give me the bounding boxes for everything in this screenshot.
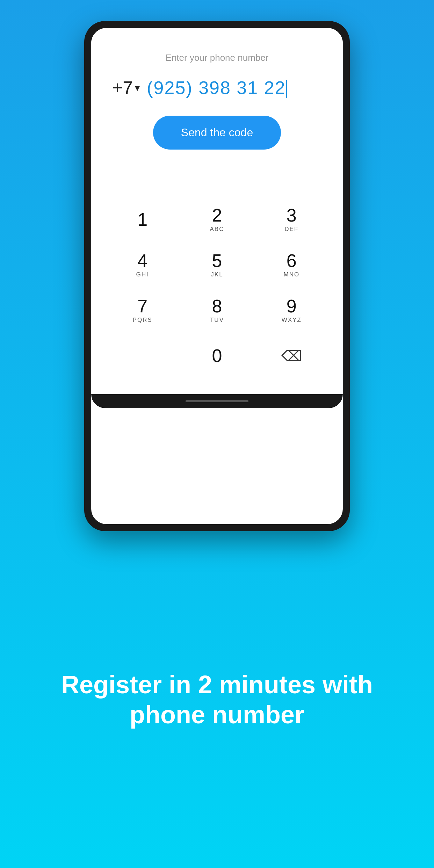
country-code-value: +7 xyxy=(112,77,133,98)
keypad-row-3: 7 PQRS 8 TUV 9 WXYZ xyxy=(105,289,329,331)
key-2-number: 2 xyxy=(212,206,222,224)
key-4[interactable]: 4 GHI xyxy=(111,244,174,286)
key-7[interactable]: 7 PQRS xyxy=(111,289,174,331)
promo-text: Register in 2 minutes with phone number xyxy=(35,670,399,730)
key-3[interactable]: 3 DEF xyxy=(260,198,323,240)
key-6-letters: MNO xyxy=(283,271,299,278)
key-7-number: 7 xyxy=(137,297,147,315)
country-code-selector[interactable]: +7 ▾ xyxy=(112,77,140,98)
key-9-number: 9 xyxy=(287,297,297,315)
key-backspace[interactable]: ⌫ xyxy=(260,335,323,377)
phone-inner: Enter your phone number +7 ▾ (925) 398 3… xyxy=(91,28,343,524)
key-9[interactable]: 9 WXYZ xyxy=(260,289,323,331)
key-8[interactable]: 8 TUV xyxy=(186,289,248,331)
text-cursor xyxy=(286,80,287,98)
key-5-number: 5 xyxy=(212,252,222,270)
keypad-row-2: 4 GHI 5 JKL 6 MNO xyxy=(105,244,329,286)
key-3-number: 3 xyxy=(287,206,297,224)
keypad-row-4: 0 ⌫ xyxy=(105,335,329,377)
phone-device: Enter your phone number +7 ▾ (925) 398 3… xyxy=(84,21,350,531)
key-1[interactable]: 1 xyxy=(111,198,174,240)
backspace-icon: ⌫ xyxy=(281,347,302,364)
keypad: 1 2 ABC 3 DEF 4 GHI 5 JKL xyxy=(91,191,343,394)
key-9-letters: WXYZ xyxy=(282,317,302,324)
key-8-letters: TUV xyxy=(210,317,224,324)
phone-bottom-bar xyxy=(91,394,343,408)
key-3-letters: DEF xyxy=(284,226,298,233)
dropdown-arrow-icon: ▾ xyxy=(135,82,140,94)
key-7-letters: PQRS xyxy=(133,317,152,324)
keypad-row-1: 1 2 ABC 3 DEF xyxy=(105,198,329,240)
phone-input-label: Enter your phone number xyxy=(105,52,329,63)
key-8-number: 8 xyxy=(212,297,222,315)
phone-number-display: (925) 398 31 22 xyxy=(147,77,287,98)
phone-screen: Enter your phone number +7 ▾ (925) 398 3… xyxy=(91,28,343,191)
home-indicator xyxy=(186,400,248,402)
key-1-number: 1 xyxy=(137,210,147,229)
send-code-button[interactable]: Send the code xyxy=(153,116,281,150)
key-5[interactable]: 5 JKL xyxy=(186,244,248,286)
key-6-number: 6 xyxy=(287,252,297,270)
promo-section: Register in 2 minutes with phone number xyxy=(0,531,434,868)
key-2-letters: ABC xyxy=(210,226,224,233)
key-5-letters: JKL xyxy=(211,271,223,278)
key-4-letters: GHI xyxy=(136,271,149,278)
key-2[interactable]: 2 ABC xyxy=(186,198,248,240)
phone-number-value: (925) 398 31 22 xyxy=(147,78,285,98)
phone-input-row: +7 ▾ (925) 398 31 22 xyxy=(105,74,329,102)
key-6[interactable]: 6 MNO xyxy=(260,244,323,286)
key-empty xyxy=(111,335,174,377)
key-4-number: 4 xyxy=(137,252,147,270)
key-0[interactable]: 0 xyxy=(186,335,248,377)
key-0-number: 0 xyxy=(212,347,222,365)
